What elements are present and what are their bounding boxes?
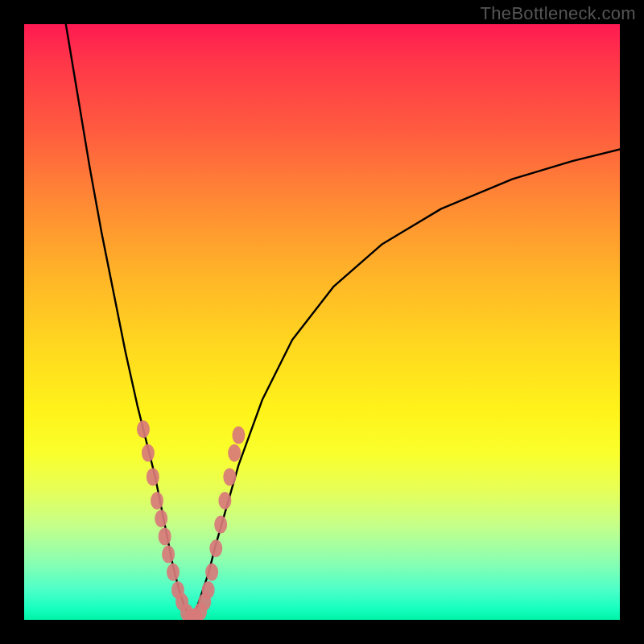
data-marker bbox=[232, 427, 245, 444]
data-marker bbox=[142, 444, 155, 462]
data-marker bbox=[209, 539, 222, 557]
data-marker bbox=[205, 564, 218, 581]
data-marker bbox=[167, 564, 180, 581]
data-marker bbox=[162, 546, 175, 564]
data-marker bbox=[151, 492, 163, 510]
data-marker bbox=[218, 492, 231, 510]
curve-layer bbox=[66, 24, 620, 620]
data-marker bbox=[202, 581, 215, 599]
curve-left-curve bbox=[66, 24, 191, 620]
marker-layer bbox=[137, 420, 245, 620]
watermark-text: TheBottleneck.com bbox=[481, 3, 636, 24]
data-marker bbox=[214, 516, 227, 534]
chart-frame: TheBottleneck.com bbox=[0, 0, 644, 644]
data-marker bbox=[155, 510, 167, 527]
data-marker bbox=[159, 527, 171, 545]
curve-right-curve bbox=[191, 149, 620, 620]
chart-svg bbox=[24, 24, 620, 620]
plot-area bbox=[24, 24, 620, 620]
data-marker bbox=[223, 468, 236, 485]
data-marker bbox=[147, 468, 159, 485]
data-marker bbox=[137, 420, 150, 438]
data-marker bbox=[228, 444, 241, 462]
